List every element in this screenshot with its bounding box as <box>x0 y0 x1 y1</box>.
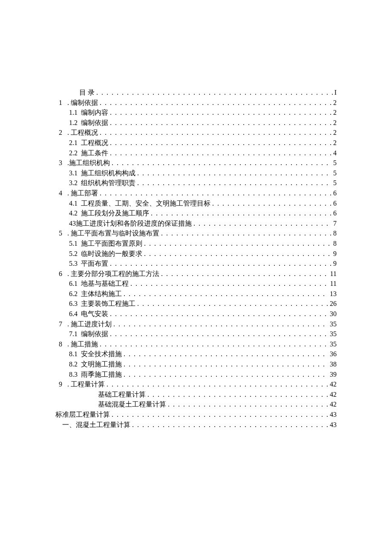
toc-entry-label: 施工条件 <box>81 148 108 158</box>
toc-entry-label: 雨季施工措施 <box>81 370 122 379</box>
toc-entry-number: 6 <box>55 269 62 279</box>
toc-entry-label: 组织机构管理职责 <box>81 178 135 188</box>
toc-entry: 8. 施工措施 35 <box>55 340 337 349</box>
toc-entry: 5.1 施工平面图布置原则 8 <box>55 239 337 248</box>
toc-entry-page: 2 <box>331 138 337 148</box>
toc-leader-dots <box>110 108 331 117</box>
toc-leader-dots <box>110 329 328 339</box>
toc-entry-label: 主体结构施工 <box>81 289 122 299</box>
toc-entry-page: 7 <box>331 219 337 228</box>
toc-entry-label: 一、混凝土工程量计算 <box>62 420 130 430</box>
toc-entry-label: 编制内容 <box>81 108 108 117</box>
toc-entry-page: 11 <box>329 269 337 279</box>
toc-entry-page: 42 <box>328 400 337 409</box>
toc-entry-subnumber: 6.4 <box>69 309 78 319</box>
toc-entry-subnumber: 8.2 <box>69 360 78 369</box>
toc-entry-label: 电气安装 <box>81 309 108 319</box>
toc-entry: 8.1 安全技术措施 36 <box>55 349 337 359</box>
toc-entry-page: 5 <box>331 169 337 178</box>
toc-leader-dots <box>193 219 331 228</box>
toc-entry-subnumber: 2.2 <box>69 148 78 158</box>
toc-entry: 2.2 施工条件 4 <box>55 148 337 158</box>
toc-entry-page: 42 <box>328 390 337 399</box>
toc-leader-dots <box>161 229 331 238</box>
toc-entry-page: 6 <box>331 199 337 208</box>
toc-entry-subnumber: 8.1 <box>69 349 78 359</box>
toc-entry: 9. 工程量计算 42 <box>55 380 337 389</box>
toc-entry-page: 2 <box>331 128 337 137</box>
toc-entry-label: 施工段划分及施工顺序 <box>81 209 149 218</box>
toc-entry: 6.3 主要装饰工程施工 26 <box>55 299 337 308</box>
toc-entry-page: 38 <box>328 360 337 369</box>
toc-entry-subnumber: 1.1 <box>69 108 78 117</box>
toc-entry: 一、混凝土工程量计算 43 <box>55 420 337 430</box>
toc-entry-page: 35 <box>328 340 337 349</box>
toc-entry: 5.2 临时设施的一般要求 9 <box>55 249 337 259</box>
toc-entry-label: 施工组织机构构成 <box>81 169 135 178</box>
toc-entry-number: 3 <box>55 158 62 168</box>
toc-entry: 3.施工组织机构 5 <box>55 158 337 168</box>
toc-entry-subnumber: 5.3 <box>69 259 78 268</box>
toc-leader-dots <box>112 158 331 168</box>
toc-entry-label: 文明施工措施 <box>81 360 122 369</box>
toc-entry: 2.1 工程概况 2 <box>55 138 337 148</box>
toc-entry-label: 标准层工程量计算 <box>55 410 110 419</box>
toc-entry: 6.2 主体结构施工 13 <box>55 289 337 299</box>
toc-entry-page: 13 <box>328 289 337 299</box>
toc-entry-label: . 施工进度计划 <box>67 320 112 329</box>
toc-entry-label: 目 录 <box>79 88 95 97</box>
toc-entry: 8.2 文明施工措施 38 <box>55 360 337 369</box>
toc-leader-dots <box>144 239 331 248</box>
toc-entry-page: 2 <box>331 98 337 108</box>
toc-entry: 8.3 雨季施工措施 39 <box>55 370 337 379</box>
toc-entry: 基础工程量计算 42 <box>55 390 337 399</box>
toc-entry: 标准层工程量计算 43 <box>55 410 337 419</box>
toc-entry: 1.1 编制内容 2 <box>55 108 337 117</box>
toc-leader-dots <box>113 320 328 329</box>
toc-entry-page: 43 <box>328 420 337 430</box>
toc-entry-page: 43 <box>328 410 337 419</box>
toc-leader-dots <box>124 360 328 369</box>
toc-leader-dots <box>151 209 331 218</box>
toc-entry-page: I <box>333 88 337 97</box>
toc-entry-subnumber: 43 <box>69 219 76 228</box>
toc-entry-subnumber: 5.1 <box>69 239 78 248</box>
toc-entry-subnumber: 3.1 <box>69 169 78 178</box>
toc-entry-subnumber: 4.1 <box>69 199 78 208</box>
toc-leader-dots <box>110 138 331 148</box>
toc-leader-dots <box>100 189 331 198</box>
toc-entry-label: . 主要分部分项工程的施工方法 <box>67 269 159 279</box>
toc-entry-page: 9 <box>331 259 337 268</box>
toc-entry-label: . 工程量计算 <box>67 380 105 389</box>
toc-entry: 7. 施工进度计划 35 <box>55 320 337 329</box>
toc-entry: 基础混凝土工程量计算 42 <box>55 400 337 409</box>
toc-entry-label: 地基与基础工程 <box>81 279 129 288</box>
toc-leader-dots <box>137 178 331 188</box>
toc-entry-label: . 施工平面布置与临时设施布置 <box>67 229 159 238</box>
toc-entry-label: 施工平面图布置原则 <box>81 239 142 248</box>
toc-entry-label: 临时设施的一般要求 <box>81 249 142 259</box>
toc-entry-page: 11 <box>329 279 337 288</box>
toc-leader-dots <box>110 309 328 319</box>
toc-entry-number: 5 <box>55 229 62 238</box>
toc-entry-label: 施工进度计划和各阶段进度的保证措施 <box>76 219 192 228</box>
toc-entry-label: . 施工部署 <box>67 189 98 198</box>
toc-entry: 2. 工程概况 2 <box>55 128 337 137</box>
toc-entry-label: 编制依据 <box>81 118 108 128</box>
toc-entry-subnumber: 6.2 <box>69 289 78 299</box>
toc-leader-dots <box>161 269 329 279</box>
toc-leader-dots <box>100 128 331 137</box>
toc-entry: 1.2 编制依据 2 <box>55 118 337 128</box>
toc-entry-subnumber: 8.3 <box>69 370 78 379</box>
toc-leader-dots <box>132 420 328 430</box>
toc-leader-dots <box>212 199 331 208</box>
toc-entry-number: 7 <box>55 320 62 329</box>
toc-page: 目 录 I1. 编制依据 21.1 编制内容 21.2 编制依据 22. 工程概… <box>0 0 392 429</box>
toc-entry-label: 平面布置 <box>81 259 108 268</box>
toc-entry: 7.1 编制依据 35 <box>55 329 337 339</box>
toc-entry-page: 9 <box>331 249 337 259</box>
toc-entry-subnumber: 5.2 <box>69 249 78 259</box>
toc-entry-label: 工程质量、工期、安全、文明施工管理目标 <box>81 199 210 208</box>
toc-leader-dots <box>96 88 333 97</box>
toc-entry-label: . 编制依据 <box>67 98 98 108</box>
